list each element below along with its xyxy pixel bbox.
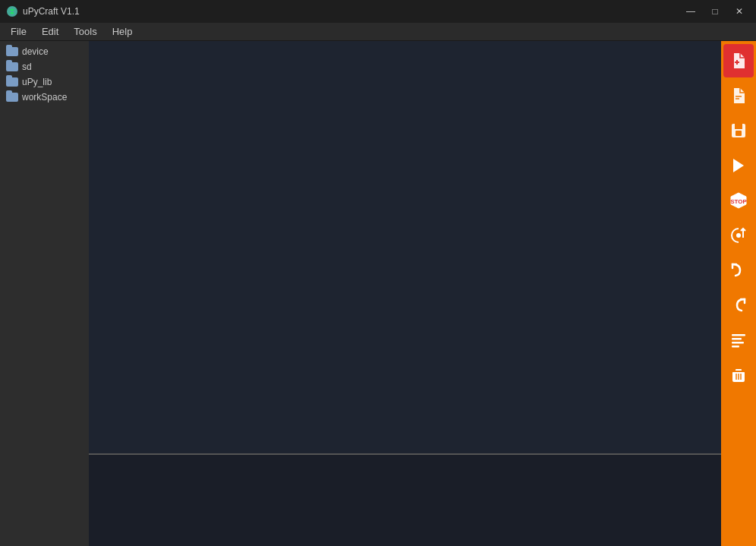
sidebar-item-device-label: device — [22, 46, 49, 57]
save-file-button[interactable] — [723, 114, 754, 147]
menu-bar: File Edit Tools Help — [0, 23, 756, 41]
folder-icon — [6, 62, 18, 71]
connect-button[interactable] — [723, 219, 754, 252]
undo-icon — [729, 261, 748, 279]
connect-icon — [729, 226, 748, 245]
redo-button[interactable] — [723, 289, 754, 322]
delete-icon — [729, 366, 748, 384]
minimize-button[interactable]: — — [680, 4, 701, 19]
new-file-button[interactable] — [723, 44, 754, 77]
svg-point-0 — [7, 6, 17, 17]
stop-button[interactable]: STOP — [723, 184, 754, 217]
main-container: device sd uPy_lib workSpace — [0, 41, 756, 546]
open-file-icon — [729, 87, 748, 105]
title-bar-left: uPyCraft V1.1 — [6, 5, 80, 17]
editor-area — [89, 41, 721, 546]
menu-edit[interactable]: Edit — [34, 24, 66, 39]
run-button[interactable] — [723, 149, 754, 182]
menu-file[interactable]: File — [3, 24, 34, 39]
sidebar-item-upylib[interactable]: uPy_lib — [0, 74, 89, 90]
app-icon — [6, 5, 18, 17]
svg-rect-10 — [732, 334, 745, 336]
close-button[interactable]: ✕ — [729, 4, 750, 19]
svg-point-9 — [736, 233, 741, 238]
sidebar-item-device[interactable]: device — [0, 44, 89, 59]
title-bar: uPyCraft V1.1 — □ ✕ — [0, 0, 756, 23]
save-file-icon — [729, 122, 748, 140]
svg-rect-5 — [736, 131, 742, 136]
folder-icon — [6, 77, 18, 87]
beautify-icon — [729, 331, 748, 349]
menu-help[interactable]: Help — [105, 24, 140, 39]
sidebar-item-workspace-label: workSpace — [22, 92, 67, 103]
undo-button[interactable] — [723, 254, 754, 287]
app-title: uPyCraft V1.1 — [23, 6, 80, 17]
delete-button[interactable] — [723, 358, 754, 392]
open-file-button[interactable] — [723, 79, 754, 112]
sidebar-item-sd[interactable]: sd — [0, 59, 89, 74]
svg-rect-11 — [732, 338, 742, 340]
title-bar-controls: — □ ✕ — [680, 4, 750, 19]
svg-rect-13 — [732, 346, 739, 348]
sidebar-item-sd-label: sd — [22, 62, 32, 72]
folder-icon — [6, 93, 18, 102]
folder-icon — [6, 47, 18, 56]
toolbar: STOP — [721, 41, 756, 546]
svg-text:STOP: STOP — [730, 198, 747, 205]
stop-icon: STOP — [729, 191, 748, 210]
svg-marker-6 — [733, 159, 744, 172]
terminal-pane[interactable] — [89, 455, 721, 546]
editor-pane[interactable] — [89, 41, 721, 455]
svg-rect-12 — [732, 342, 744, 344]
svg-rect-4 — [735, 124, 742, 129]
sidebar-item-upylib-label: uPy_lib — [22, 77, 52, 87]
sidebar-item-workspace[interactable]: workSpace — [0, 90, 89, 105]
beautify-button[interactable] — [723, 323, 754, 357]
maximize-button[interactable]: □ — [704, 4, 726, 19]
menu-tools[interactable]: Tools — [66, 24, 104, 39]
sidebar: device sd uPy_lib workSpace — [0, 41, 89, 546]
run-icon — [729, 156, 748, 175]
redo-icon — [729, 296, 748, 314]
new-file-icon — [729, 52, 748, 70]
